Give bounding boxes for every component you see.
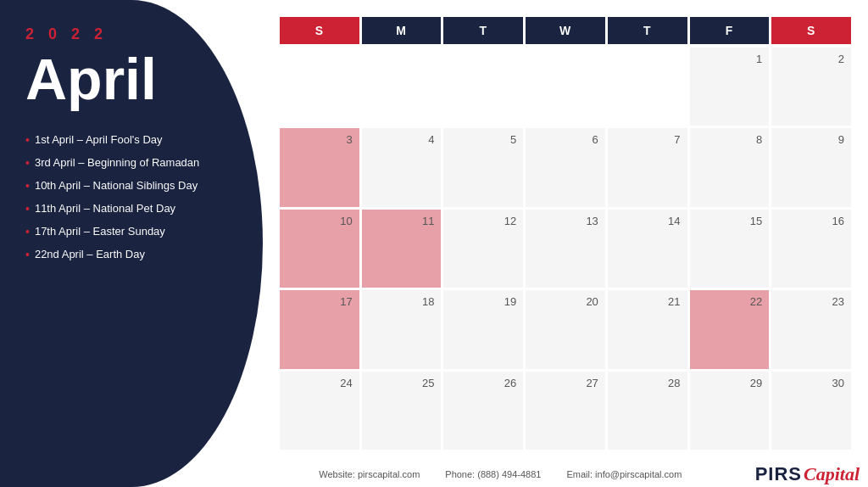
day-number: 8 [756,133,762,146]
day-number: 26 [504,377,516,389]
brand-pirs: PIRS [755,463,802,485]
footer: Website: pirscapital.com Phone: (888) 49… [263,458,868,487]
day-cell: 10 [280,210,359,288]
day-cell [362,48,442,126]
day-header-t4: T [608,17,687,44]
day-cell: 4 [362,128,442,206]
day-number: 21 [668,295,680,308]
day-number: 19 [504,295,516,308]
event-item: 3rd April – Beginning of Ramadan [25,154,237,172]
day-cell: 2 [771,48,851,126]
day-number: 7 [674,133,680,146]
day-cell: 24 [280,372,359,450]
day-number: 17 [340,295,352,308]
day-cell: 28 [608,372,687,450]
day-cell: 17 [280,290,359,368]
day-cell: 1 [690,48,770,126]
day-number: 4 [428,133,434,146]
day-cell: 14 [608,210,687,288]
day-number: 3 [346,133,352,146]
day-number: 16 [832,215,844,227]
calendar-grid: 1234567891011121314151617181920212223242… [280,48,851,450]
brand-capital: Capital [804,463,860,485]
day-cell: 27 [526,372,605,450]
left-panel: 2 0 2 2 April 1st April – April Fool's D… [0,0,263,487]
footer-website: Website: pirscapital.com [319,469,420,479]
day-cell: 5 [443,128,523,206]
day-cell: 19 [443,290,523,368]
day-cell [526,48,605,126]
day-header-w3: W [526,17,605,44]
event-item: 17th April – Easter Sunday [25,223,237,241]
day-cell [443,48,523,126]
day-cell: 13 [526,210,605,288]
day-number: 25 [422,377,434,389]
footer-email: Email: info@pirscapital.com [566,469,682,479]
day-cell: 11 [362,210,442,288]
event-item: 10th April – National Siblings Day [25,177,237,195]
day-number: 24 [340,377,352,389]
day-header-t2: T [443,17,523,44]
day-cell: 22 [690,290,770,368]
day-header-m1: M [362,17,442,44]
right-panel: SMTWTFS 12345678910111213141516171819202… [263,0,868,458]
year-label: 2 0 2 2 [25,25,237,43]
calendar-header: SMTWTFS [280,17,851,44]
day-header-f5: F [690,17,770,44]
day-number: 29 [750,377,762,389]
day-cell [608,48,687,126]
right-section: SMTWTFS 12345678910111213141516171819202… [263,0,868,487]
day-cell: 21 [608,290,687,368]
day-number: 6 [593,133,598,146]
event-item: 1st April – April Fool's Day [25,132,237,149]
event-item: 22nd April – Earth Day [25,246,237,264]
day-number: 12 [504,215,516,227]
day-cell: 29 [690,372,770,450]
day-cell: 25 [362,372,442,450]
day-cell: 23 [771,290,851,368]
day-number: 28 [668,377,680,389]
day-header-s0: S [280,17,359,44]
day-cell: 30 [771,372,851,450]
day-number: 1 [756,53,762,65]
month-label: April [25,50,237,108]
day-number: 20 [586,295,598,308]
day-cell: 15 [690,210,770,288]
day-number: 13 [586,215,598,227]
day-cell: 7 [608,128,687,206]
day-number: 23 [832,295,844,308]
day-header-s6: S [771,17,851,44]
day-cell: 18 [362,290,442,368]
day-number: 5 [510,133,516,146]
day-cell: 6 [526,128,605,206]
day-number: 10 [340,215,352,227]
day-number: 2 [838,53,844,65]
day-cell: 16 [771,210,851,288]
day-cell: 9 [771,128,851,206]
brand: PIRS Capital [755,463,860,485]
footer-left: Website: pirscapital.com Phone: (888) 49… [271,469,730,479]
day-cell: 8 [690,128,770,206]
day-number: 11 [422,215,434,227]
day-number: 15 [750,215,762,227]
day-cell [280,48,359,126]
day-number: 30 [832,377,844,389]
day-number: 14 [668,215,680,227]
day-cell: 20 [526,290,605,368]
footer-phone: Phone: (888) 494-4881 [445,469,541,479]
event-item: 11th April – National Pet Day [25,200,237,218]
day-cell: 3 [280,128,359,206]
day-number: 22 [750,295,762,308]
events-list: 1st April – April Fool's Day3rd April – … [25,132,237,269]
day-cell: 12 [443,210,523,288]
day-number: 9 [838,133,844,146]
day-number: 18 [422,295,434,308]
day-number: 27 [586,377,598,389]
day-cell: 26 [443,372,523,450]
